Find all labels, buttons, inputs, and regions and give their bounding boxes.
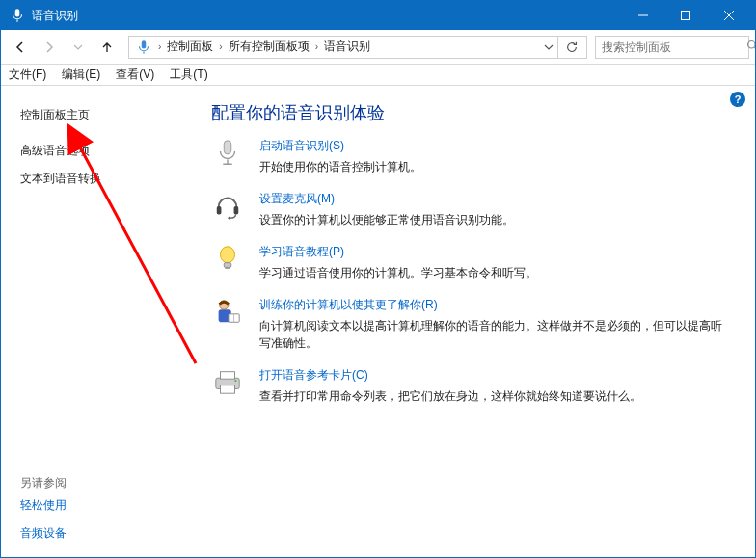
option-description: 设置你的计算机以便能够正常使用语音识别功能。 [259, 207, 728, 228]
chevron-right-icon[interactable]: › [313, 41, 320, 52]
nav-back-button[interactable] [7, 34, 34, 61]
sidebar-home-link[interactable]: 控制面板主页 [20, 101, 176, 129]
svg-rect-9 [224, 263, 231, 268]
svg-point-8 [221, 247, 235, 263]
microphone-icon [9, 7, 26, 24]
menu-edit[interactable]: 编辑(E) [60, 66, 102, 83]
option-link[interactable]: 启动语音识别(S) [259, 139, 344, 152]
page-title: 配置你的语音识别体验 [211, 101, 728, 124]
window-titlebar: 语音识别 [1, 1, 755, 30]
option-description: 向计算机阅读文本以提高计算机理解你的语音的能力。这样做并不是必须的，但可以提高听… [259, 313, 728, 352]
sidebar-see-also-heading: 另请参阅 [20, 469, 176, 492]
sidebar-advanced-link[interactable]: 高级语音选项 [20, 137, 176, 165]
window-minimize-button[interactable] [622, 1, 664, 30]
option-link[interactable]: 打开语音参考卡片(C) [259, 368, 368, 382]
window-maximize-button[interactable] [664, 1, 707, 30]
option-start-speech: 启动语音识别(S) 开始使用你的语音控制计算机。 [211, 138, 728, 175]
option-link[interactable]: 设置麦克风(M) [259, 192, 335, 205]
nav-recent-dropdown[interactable] [65, 34, 92, 61]
svg-rect-2 [142, 40, 147, 48]
option-description: 学习通过语音使用你的计算机。学习基本命令和听写。 [259, 260, 728, 281]
option-reference-card: 打开语音参考卡片(C) 查看并打印常用命令列表，把它们放在身边，这样你就始终知道… [211, 367, 728, 405]
option-link[interactable]: 学习语音教程(P) [259, 245, 344, 258]
menu-file[interactable]: 文件(F) [7, 66, 48, 83]
menu-view[interactable]: 查看(V) [114, 66, 156, 83]
lightbulb-icon [211, 244, 244, 281]
microphone-icon [135, 39, 152, 56]
microphone-icon [211, 138, 244, 175]
breadcrumb-item[interactable]: 语音识别 [320, 37, 374, 58]
printer-icon [211, 367, 244, 405]
option-description: 查看并打印常用命令列表，把它们放在身边，这样你就始终知道要说什么。 [259, 384, 728, 405]
svg-rect-14 [221, 372, 235, 380]
svg-rect-0 [15, 9, 20, 16]
menu-tools[interactable]: 工具(T) [168, 66, 209, 83]
sidebar: 控制面板主页 高级语音选项 文本到语音转换 另请参阅 轻松使用 音频设备 [1, 88, 184, 557]
nav-forward-button[interactable] [36, 34, 63, 61]
option-tutorial: 学习语音教程(P) 学习通过语音使用你的计算机。学习基本命令和听写。 [211, 244, 728, 281]
window-title: 语音识别 [32, 8, 78, 24]
option-description: 开始使用你的语音控制计算机。 [259, 154, 728, 175]
sidebar-tts-link[interactable]: 文本到语音转换 [20, 165, 176, 193]
svg-rect-4 [224, 141, 231, 154]
menu-bar: 文件(F) 编辑(E) 查看(V) 工具(T) [1, 65, 755, 86]
headset-icon [211, 191, 244, 228]
person-reading-icon [211, 297, 244, 352]
option-link[interactable]: 训练你的计算机以使其更了解你(R) [259, 298, 438, 311]
svg-rect-5 [217, 206, 222, 214]
svg-point-7 [228, 217, 230, 220]
svg-rect-1 [682, 12, 690, 20]
svg-rect-6 [234, 206, 239, 214]
refresh-button[interactable] [557, 37, 584, 58]
svg-rect-15 [221, 385, 235, 393]
breadcrumb-item[interactable]: 控制面板 [163, 37, 217, 58]
nav-up-button[interactable] [94, 34, 121, 61]
search-input[interactable] [602, 40, 746, 54]
main-panel: 配置你的语音识别体验 启动语音识别(S) 开始使用你的语音控制计算机。 设置麦克… [184, 88, 755, 557]
breadcrumb-item[interactable]: 所有控制面板项 [225, 37, 313, 58]
option-setup-mic: 设置麦克风(M) 设置你的计算机以便能够正常使用语音识别功能。 [211, 191, 728, 228]
chevron-right-icon[interactable]: › [217, 41, 224, 52]
svg-point-3 [748, 41, 756, 49]
search-icon[interactable] [746, 40, 756, 54]
address-history-dropdown[interactable] [540, 42, 557, 52]
window-close-button[interactable] [707, 1, 751, 30]
option-train: 训练你的计算机以使其更了解你(R) 向计算机阅读文本以提高计算机理解你的语音的能… [211, 297, 728, 352]
address-breadcrumb[interactable]: › 控制面板 › 所有控制面板项 › 语音识别 [128, 36, 587, 59]
chevron-right-icon[interactable]: › [156, 41, 163, 52]
svg-point-16 [234, 380, 236, 382]
navigation-toolbar: › 控制面板 › 所有控制面板项 › 语音识别 [1, 30, 755, 65]
content-area: 控制面板主页 高级语音选项 文本到语音转换 另请参阅 轻松使用 音频设备 配置你… [1, 88, 755, 557]
search-box[interactable] [595, 36, 749, 59]
sidebar-ease-link[interactable]: 轻松使用 [20, 492, 176, 519]
sidebar-audio-link[interactable]: 音频设备 [20, 519, 176, 547]
